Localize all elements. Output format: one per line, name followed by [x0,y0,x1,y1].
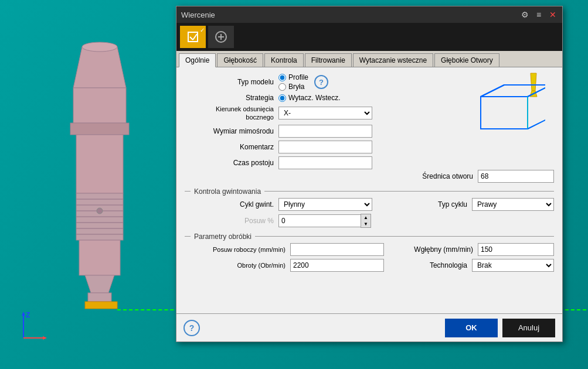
svg-point-17 [82,42,117,52]
dialog: Wiercenie ⚙ ≡ ✕ ✓ Ogólnie Głębokość [176,6,563,342]
cykl-row: Cykl gwint. Płynny [185,198,419,211]
radio-strategia-label: Wytacz. Wstecz. [288,94,341,102]
spin-down[interactable]: ▼ [361,221,371,227]
spin-up[interactable]: ▲ [361,214,371,221]
settings-icon[interactable]: ⚙ [520,10,529,19]
czas-input[interactable] [278,156,372,169]
kierunek-select[interactable]: X- [278,107,372,119]
content: Typ modelu Profile Bryła ? [176,67,562,313]
svg-rect-15 [85,302,117,309]
strategia-label: Strategia [185,94,278,102]
posuw-spin: ▲ ▼ [278,214,371,228]
radio-strategia-input[interactable] [278,94,286,102]
wymiar-label: Wymiar mimośrodu [185,127,278,135]
typ-cyklu-label: Typ cyklu [425,200,472,209]
tabs: Ogólnie Głębokość Kontrola Filtrowanie W… [176,51,562,67]
svg-point-16 [97,208,103,214]
section-kontrola-header: Kontrola gwintowania [185,187,554,196]
wglebny-input[interactable] [478,243,554,256]
srednica-label: Średnica otworu [402,172,478,180]
svg-rect-12 [79,240,120,275]
close-icon[interactable]: ✕ [548,10,558,19]
svg-rect-14 [88,293,111,302]
cykl-select[interactable]: Płynny [278,198,372,211]
svg-marker-22 [43,336,47,340]
svg-rect-31 [481,97,528,129]
svg-line-36 [528,117,545,129]
tab-kontrola[interactable]: Kontrola [264,53,304,67]
typ-cyklu-select[interactable]: Prawy [472,198,554,211]
posuw-row: Posuw % ▲ ▼ [185,214,554,228]
strategia-row: Strategia Wytacz. Wstecz. [185,94,460,102]
svg-marker-19 [22,312,25,316]
titlebar-controls: ⚙ ≡ ✕ [520,10,558,19]
toolbar-btn-1[interactable]: ✓ [180,26,206,48]
svg-marker-13 [85,275,114,293]
titlebar: Wiercenie ⚙ ≡ ✕ [176,6,562,23]
svg-marker-0 [73,47,126,88]
komentarz-label: Komentarz [185,143,278,151]
section-kontrola-label: Kontrola gwintowania [191,187,264,196]
srednica-input[interactable] [478,170,554,183]
svg-marker-33 [528,85,545,129]
tab-ogolnie[interactable]: Ogólnie [179,53,216,67]
wglebny-label: Wgłębny (mm/min) [413,245,478,254]
technologia-label: Technologia [407,261,472,269]
help-button-typ[interactable]: ? [314,75,328,89]
bottom-help-button[interactable]: ? [183,320,200,336]
czas-row: Czas postoju [185,156,460,169]
svg-line-24 [190,37,193,40]
svg-rect-3 [76,135,123,193]
posuw-label: Posuw % [185,217,278,225]
svg-marker-29 [531,73,536,91]
technologia-select[interactable]: Brak [472,259,554,272]
cancel-button[interactable]: Anuluj [502,319,555,337]
svg-rect-2 [70,123,129,135]
komentarz-input[interactable] [278,141,372,153]
cykl-label: Cykl gwint. [185,200,278,209]
tab-wytaczanie[interactable]: Wytaczanie wsteczne [353,53,433,67]
dialog-title: Wiercenie [181,11,215,19]
radio-profile-input[interactable] [278,74,286,81]
section-line-1 [264,191,554,192]
posuw-roboczy-row: Posuw roboczy (mm/min) [185,243,407,256]
radio-profile-label: Profile [288,73,308,81]
typ-modelu-label: Typ modelu [185,78,278,86]
tab-glebokie[interactable]: Głębokie Otwory [434,53,499,67]
radio-profile: Profile [278,73,308,81]
obroty-label: Obroty (Obr/min) [185,262,290,269]
typ-modelu-row: Typ modelu Profile Bryła ? [185,73,460,91]
wymiar-row: Wymiar mimośrodu [185,125,460,138]
kierunek-row: Kierunek odsunięciabocznego X- [185,105,460,122]
section-parametry-header: Parametry obróbki [185,233,554,241]
svg-line-34 [481,85,504,97]
svg-text:Z: Z [26,311,30,319]
bottom-buttons: OK Anuluj [445,319,555,337]
kierunek-label: Kierunek odsunięciabocznego [185,105,278,122]
posuw-roboczy-label: Posuw roboczy (mm/min) [185,246,290,253]
preview-3d [469,70,545,135]
obroty-input[interactable] [290,259,384,272]
wglebny-row: Wgłębny (mm/min) [413,243,554,256]
svg-rect-23 [188,32,198,42]
wymiar-input[interactable] [278,125,372,138]
svg-rect-1 [73,88,126,123]
radio-bryla: Bryła [278,83,308,91]
obroty-row: Obroty (Obr/min) [185,259,402,272]
posuw-input[interactable] [278,214,361,227]
tab-glebokosc[interactable]: Głębokość [217,53,263,67]
toolbar-btn-2[interactable] [208,26,234,48]
typ-modelu-radios: Profile Bryła [278,73,308,91]
posuw-roboczy-input[interactable] [290,243,384,256]
tab-filtrowanie[interactable]: Filtrowanie [305,53,352,67]
bottom-bar: ? OK Anuluj [176,313,562,341]
radio-strategia: Wytacz. Wstecz. [278,94,341,102]
czas-label: Czas postoju [185,159,278,167]
menu-icon[interactable]: ≡ [534,10,543,19]
section-line-2 [255,236,554,237]
typ-cyklu-row: Typ cyklu Prawy [425,198,554,211]
ok-button[interactable]: OK [445,319,498,337]
radio-bryla-input[interactable] [278,83,286,91]
axis-indicator: Z [18,309,47,346]
radio-bryla-label: Bryła [288,83,304,91]
